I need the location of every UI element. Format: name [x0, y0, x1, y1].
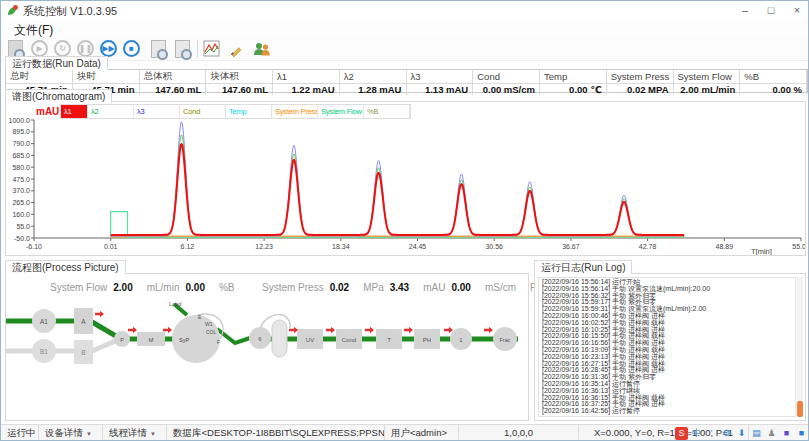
minimize-button[interactable]: –: [732, 1, 758, 20]
label-m: M: [149, 337, 154, 343]
chevron-down-icon: ▼: [86, 431, 92, 437]
export-data-icon[interactable]: [172, 38, 193, 59]
y-tick-label: 370.0: [12, 187, 30, 194]
process-status-value: 3.43: [390, 282, 409, 293]
process-tab: 流程图(Process Picture): [5, 260, 126, 274]
toolbar: ▶ ↻ ❚❚ ▶▶ ■: [1, 37, 809, 61]
run-data-header-cell: 块体积: [206, 70, 273, 84]
label-a: A: [81, 318, 86, 325]
run-data-header-cell: 总体积: [140, 70, 207, 84]
edit-icon[interactable]: [226, 38, 247, 59]
run-data-value-cell: 0.02 MPA: [607, 84, 674, 95]
process-panel: System Flow2.00mL/min0.00%B System Press…: [5, 273, 529, 421]
label-w1: W1: [205, 321, 213, 327]
x-tick-label: 0.01: [104, 243, 118, 250]
chromatogram-chart[interactable]: 1000.0895.0790.0685.0580.0475.0370.0265.…: [6, 116, 805, 255]
maximize-button[interactable]: □: [758, 1, 784, 20]
label-uv: UV: [306, 337, 314, 343]
label-a1: A1: [40, 318, 48, 325]
stop-icon[interactable]: ■: [121, 38, 142, 59]
user-info: 用户<admin>: [385, 425, 459, 441]
chart-icon[interactable]: [201, 38, 222, 59]
label-col: COL: [206, 329, 217, 335]
label-f: F: [217, 339, 220, 345]
chevron-down-icon: ▼: [150, 431, 156, 437]
run-data-value-cell: 1.13 mAU: [407, 84, 474, 95]
report-icon[interactable]: [148, 38, 169, 59]
download-icon[interactable]: ⬇: [735, 427, 748, 440]
process-status-label: mS/cm: [485, 282, 516, 293]
y-tick-label: 475.0: [12, 176, 30, 183]
run-data-value-cell: 0.00 ℃: [540, 84, 607, 95]
process-status-value: 0.02: [330, 282, 349, 293]
run-data-value-cell: 0.00 %: [740, 84, 807, 95]
app1-icon[interactable]: ■: [780, 427, 793, 440]
thread-detail-dropdown[interactable]: 线程详情▼: [103, 425, 167, 441]
run-log-list[interactable]: [2022/09/16 15:56:14] 运行开始[2022/09/16 15…: [538, 277, 796, 417]
x-tick-label: -6.10: [26, 243, 42, 250]
run-data-header-cell: System Press: [607, 70, 674, 84]
x-axis-label: T[min]: [751, 247, 772, 255]
users-icon[interactable]: [251, 38, 272, 59]
series-λ3: [111, 122, 684, 236]
y-tick-label: 265.0: [12, 199, 30, 206]
label-t: T: [387, 337, 391, 343]
label-cond: Cond: [342, 337, 356, 343]
sogou-icon[interactable]: S: [675, 427, 688, 440]
y-tick-label: 685.0: [12, 152, 30, 159]
process-status-label: System Flow: [50, 282, 107, 293]
label-load: Load: [169, 301, 181, 307]
tool-icon[interactable]: ♟: [765, 427, 778, 440]
series-λ2: [111, 135, 684, 236]
process-diagram: A1 A B1 B P M SyP Load E W1 COL F 6 UV C…: [6, 298, 528, 420]
settings-icon[interactable]: ⚙: [720, 427, 733, 440]
y-tick-label: 55.0: [16, 223, 30, 230]
x-tick-label: 30.56: [485, 243, 503, 250]
label-syp: SyP: [179, 337, 189, 343]
y-tick-label: 580.0: [12, 164, 30, 171]
process-status-value: 0.00: [451, 282, 470, 293]
run-data-header-cell: λ1: [273, 70, 340, 84]
app2-icon[interactable]: ■: [795, 427, 808, 440]
run-data-header-cell: λ3: [407, 70, 474, 84]
x-tick-label: 36.67: [562, 243, 580, 250]
run-log-scrollbar[interactable]: [797, 277, 803, 417]
label-b: B: [81, 349, 85, 356]
database-info: 数据库<DESKTOP-1I8BBIT\SQLEXPRESS:PPSN>: [167, 425, 385, 441]
punctuation-icon[interactable]: ’: [705, 427, 718, 440]
y-tick-label: 895.0: [12, 128, 30, 135]
y-tick-label: -50.0: [14, 235, 30, 242]
run-data-value-row: 45.71 min45.71 min147.60 mL147.60 mL1.22…: [6, 84, 807, 95]
x-tick-label: 24.45: [409, 243, 427, 250]
device-detail-dropdown[interactable]: 设备详情▼: [39, 425, 103, 441]
app-icon: [6, 4, 19, 17]
chromatogram-panel: mAU λ1λ2λ3CondTempSystem PressSystem Flo…: [5, 101, 806, 256]
run-data-header-cell: System Flow: [674, 70, 741, 84]
close-button[interactable]: ×: [784, 1, 809, 20]
y-tick-label: 160.0: [12, 211, 30, 218]
run-log-tab: 运行日志(Run Log): [534, 260, 632, 274]
run-data-header-cell: 总时: [6, 70, 73, 84]
label-frac: Frac: [500, 337, 511, 343]
run-data-value-cell: 1.28 mAU: [340, 84, 407, 95]
run-data-header-cell: %B: [740, 70, 807, 84]
run-log-panel: [2022/09/16 15:56:14] 运行开始[2022/09/16 15…: [534, 273, 806, 421]
toolbar-separator: [197, 40, 198, 57]
series-System Flow: [111, 212, 685, 238]
process-status-label: System Press: [262, 282, 324, 293]
window-title: 系统控制 V1.0.3.95: [23, 4, 117, 19]
run-data-value-cell: 0.00 mS/cm: [473, 84, 540, 95]
x-tick-label: 48.89: [716, 243, 734, 250]
x-tick-label: 42.78: [639, 243, 657, 250]
run-data-value-cell: 2.00 mL/min: [674, 84, 741, 95]
column[interactable]: [272, 320, 287, 357]
run-log-scrollbar-thumb[interactable]: [797, 401, 803, 417]
y-tick-label: 1000.0: [9, 117, 31, 124]
run-data-header-cell: λ2: [340, 70, 407, 84]
input-lang-icon[interactable]: 中: [690, 427, 703, 440]
process-status-value: 0.00: [186, 282, 205, 293]
keyboard-icon[interactable]: ▤: [750, 427, 763, 440]
process-status-left: System Flow2.00mL/min0.00%B: [36, 282, 235, 293]
run-data-value-cell: 147.60 mL: [206, 84, 273, 95]
process-status-label: MPa: [363, 282, 384, 293]
